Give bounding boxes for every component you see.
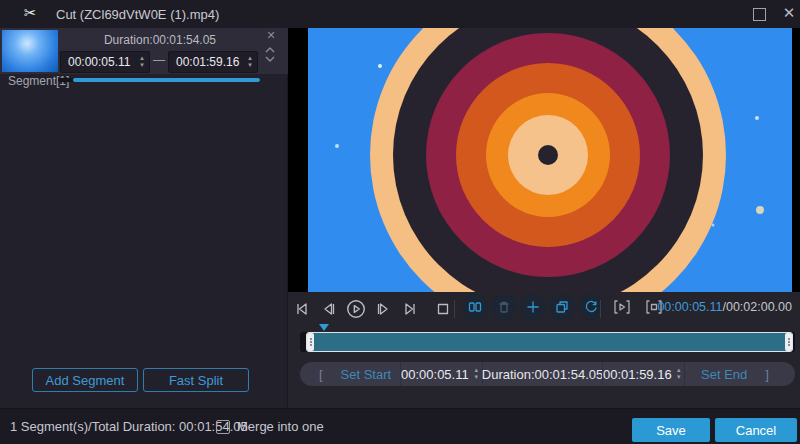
open-bracket-icon: [: [319, 367, 323, 382]
timeline-track[interactable]: [300, 332, 795, 352]
segment-thumbnail[interactable]: [2, 30, 58, 72]
close-bracket-icon: ]: [765, 367, 769, 382]
skip-end-button[interactable]: [398, 294, 422, 324]
chevron-down-icon[interactable]: [263, 55, 277, 64]
spinner-down-icon[interactable]: ▾: [248, 62, 252, 69]
video-preview: [288, 28, 800, 292]
save-button[interactable]: Save: [632, 418, 710, 442]
segment-duration-label: Duration:00:01:54.05: [58, 33, 262, 47]
trim-end-handle[interactable]: [785, 333, 792, 351]
copy-segment-button[interactable]: [549, 294, 575, 320]
player-area: 00:00:05.11/00:02:00.00 [ Set Start 00:0…: [288, 28, 800, 408]
segment-end-value[interactable]: 00:01:59.16: [169, 55, 243, 69]
segment-end-spinner[interactable]: ▴ ▾: [243, 55, 257, 69]
play-icon: [345, 298, 367, 320]
reorder-segment-control[interactable]: [263, 45, 277, 64]
divider: [600, 300, 601, 318]
play-segment-button[interactable]: [610, 297, 634, 317]
title-bar: ✂ Cut (ZCl69dVtW0E (1).mp4) ✕: [0, 0, 800, 28]
divider: [454, 300, 455, 318]
trim-duration-label: Duration:00:01:54.05: [482, 367, 603, 382]
star-speck: [755, 116, 759, 120]
stop-icon: [433, 299, 453, 319]
start-value-section: 00:00:05.11 ▴ ▾: [400, 362, 482, 386]
segment-tools: [462, 294, 604, 320]
scissors-icon: ✂: [24, 4, 37, 22]
handle-grip-icon: [310, 338, 312, 346]
ring-center-dot: [538, 145, 558, 165]
stop-button[interactable]: [431, 294, 455, 324]
range-separator: —: [152, 53, 166, 67]
time-display: 00:00:05.11/00:02:00.00: [657, 300, 792, 314]
frame-forward-icon: [373, 299, 393, 319]
playhead-marker[interactable]: [319, 324, 329, 331]
set-start-section: [ Set Start: [300, 362, 400, 386]
split-segment-button[interactable]: [462, 294, 488, 320]
segment-range-bar: [58, 78, 260, 82]
add-segment-tool-button[interactable]: [520, 294, 546, 320]
fast-split-button[interactable]: Fast Split: [143, 368, 249, 392]
end-value-section: 00:01:59.16 ▴ ▾: [602, 362, 684, 386]
chevron-up-icon[interactable]: [263, 45, 277, 54]
duration-section: Duration:00:01:54.05: [482, 362, 602, 386]
bottom-bar: 1 Segment(s)/Total Duration: 00:01:54.05…: [0, 408, 800, 444]
segment-end-input[interactable]: 00:01:59.16 ▴ ▾: [168, 51, 258, 73]
skip-end-icon: [400, 299, 420, 319]
trim-start-handle[interactable]: [307, 333, 314, 351]
copy-icon: [554, 299, 570, 315]
delete-segment-tool-button[interactable]: [491, 294, 517, 320]
star-speck: [756, 206, 764, 214]
set-end-button[interactable]: Set End: [701, 367, 747, 382]
merge-label: Merge into one: [237, 419, 324, 434]
frame-back-icon: [319, 299, 339, 319]
spinner-down-icon[interactable]: ▾: [677, 374, 681, 381]
current-time: 00:00:05.11: [657, 300, 722, 314]
segment-start-spinner[interactable]: ▴ ▾: [135, 55, 149, 69]
merge-checkbox[interactable]: [216, 420, 230, 434]
trim-start-spinner[interactable]: ▴ ▾: [471, 367, 482, 381]
frame-forward-button[interactable]: [371, 294, 395, 324]
spinner-down-icon[interactable]: ▾: [475, 374, 479, 381]
segment-start-input[interactable]: 00:00:05.11 ▴ ▾: [60, 51, 150, 73]
segment-start-value[interactable]: 00:00:05.11: [61, 55, 135, 69]
star-speck: [335, 144, 339, 148]
segments-summary: 1 Segment(s)/Total Duration: 00:01:54.05: [10, 419, 248, 434]
video-frame: [308, 28, 792, 292]
trash-icon: [496, 299, 512, 315]
trim-end-spinner[interactable]: ▴ ▾: [674, 367, 684, 381]
trim-end-value[interactable]: 00:01:59.16: [603, 367, 672, 382]
split-icon: [467, 299, 483, 315]
plus-icon: [525, 299, 541, 315]
skip-start-icon: [292, 299, 312, 319]
play-button[interactable]: [344, 294, 368, 324]
cut-dialog: ✂ Cut (ZCl69dVtW0E (1).mp4) ✕ Duration:0…: [0, 0, 800, 444]
segment-card: Duration:00:01:54.05 00:00:05.11 ▴ ▾ — 0…: [0, 28, 288, 74]
frame-back-button[interactable]: [317, 294, 341, 324]
add-segment-button[interactable]: Add Segment: [32, 368, 138, 392]
reset-icon: [583, 299, 599, 315]
total-time: /00:02:00.00: [722, 300, 792, 314]
trim-bar: [ Set Start 00:00:05.11 ▴ ▾ Duration:00:…: [300, 362, 795, 386]
segment-panel: Duration:00:01:54.05 00:00:05.11 ▴ ▾ — 0…: [0, 28, 288, 408]
set-end-section: Set End ]: [684, 362, 795, 386]
window-title: Cut (ZCl69dVtW0E (1).mp4): [56, 7, 219, 22]
segment-range-fill: [73, 78, 260, 82]
delete-segment-icon[interactable]: ✕: [264, 29, 278, 42]
set-start-button[interactable]: Set Start: [341, 367, 392, 382]
spinner-down-icon[interactable]: ▾: [140, 62, 144, 69]
close-button[interactable]: ✕: [780, 4, 798, 22]
cancel-button[interactable]: Cancel: [715, 418, 797, 442]
timeline-selection[interactable]: [306, 332, 793, 352]
star-speck: [378, 64, 382, 68]
play-segment-icon: [611, 297, 633, 317]
handle-grip-icon: [788, 338, 790, 346]
skip-start-button[interactable]: [290, 294, 314, 324]
transport-controls: [290, 294, 488, 324]
maximize-button[interactable]: [753, 8, 766, 21]
trim-start-value[interactable]: 00:00:05.11: [401, 367, 469, 382]
